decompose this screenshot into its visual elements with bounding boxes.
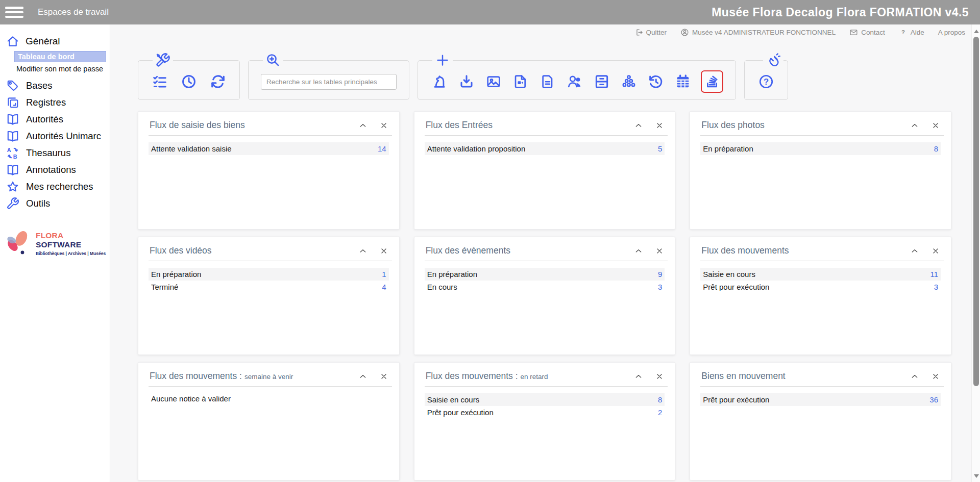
card-row[interactable]: Prêt pour exécution2 [425,406,665,419]
card-row[interactable]: Terminé4 [149,281,389,293]
card-collapse-button[interactable] [634,121,643,130]
new-archive-button[interactable] [593,72,611,91]
card-divider [149,386,392,387]
row-label: Prêt pour exécution [703,395,769,404]
card-close-button[interactable] [380,372,388,380]
row-label: Prêt pour exécution [703,283,769,291]
card-title: Flux de saisie des biens [150,120,248,131]
sidebar-subitem[interactable]: Tableau de bord [14,51,106,62]
row-label: Attente validation proposition [427,144,526,153]
card-divider [149,261,392,261]
dashboard-card: Flux des mouvements Saisie en cours11Prê… [690,237,951,355]
card-divider [149,135,392,136]
sidebar-item-autorit-s[interactable]: Autorités [0,111,110,128]
card-close-button[interactable] [655,121,664,130]
new-object-button[interactable] [430,72,449,91]
scroll-thumb[interactable] [973,37,979,386]
wrench-icon [6,197,19,210]
card-row[interactable]: Prêt pour exécution3 [700,281,941,293]
card-collapse-button[interactable] [359,247,367,255]
sidebar-item-registres[interactable]: Registres [0,94,110,111]
vertical-scrollbar[interactable] [971,24,980,482]
new-event-button[interactable] [674,72,692,91]
sidebar-item-annotations[interactable]: Annotations [0,161,110,178]
scroll-up-button[interactable] [974,30,979,33]
new-person-button[interactable] [566,72,584,91]
sidebar-item-general[interactable]: Général [0,34,110,51]
toolbar-group-search [248,60,409,100]
sidebar-item-outils[interactable]: Outils [0,195,110,212]
svg-text:?: ? [901,29,905,35]
dashboard-card: Flux des évènements En préparation9En co… [414,237,676,355]
photo-icon [485,73,502,90]
svg-text:B: B [13,154,17,160]
sidebar-item-mes-recherches[interactable]: Mes recherches [0,178,110,195]
brand-name: FLORA SOFTWARE [36,231,110,249]
user-menu[interactable]: Musée v4 ADMINISTRATEUR FONCTIONNEL [680,28,836,37]
card-close-button[interactable] [655,372,664,380]
card-row[interactable]: En préparation8 [700,142,941,155]
new-video-button[interactable] [511,72,530,91]
brand-tagline: Bibliothèques | Archives | Musées [36,251,110,256]
search-input[interactable] [261,74,397,90]
book-icon [6,163,19,176]
new-stack-button[interactable] [701,70,723,93]
sidebar-item-thesaurus[interactable]: AB Thesaurus [0,144,110,161]
card-collapse-button[interactable] [911,121,919,130]
flora-logo: FLORA SOFTWARE Bibliothèques | Archives … [0,229,110,258]
card-collapse-button[interactable] [359,372,367,380]
refresh-button[interactable] [209,72,227,91]
workspace-label[interactable]: Espaces de travail [38,7,109,17]
card-row[interactable]: Attente validation proposition5 [425,142,665,155]
card-close-button[interactable] [932,247,940,255]
card-row[interactable]: En préparation9 [425,268,665,281]
recent-button[interactable] [180,72,198,91]
card-close-button[interactable] [655,247,664,255]
menu-icon[interactable] [5,6,23,19]
card-title: Flux des Entrées [426,120,495,131]
card-collapse-button[interactable] [359,121,367,130]
about-link[interactable]: A propos [938,29,965,36]
card-collapse-button[interactable] [911,372,919,380]
card-row[interactable]: Attente validation saisie14 [149,142,389,155]
dashboard-card: Flux des photos En préparation8 [690,111,951,230]
new-document-button[interactable] [538,72,557,91]
app-title: Musée Flora Decalog Flora FORMATION v4.5 [712,6,969,19]
zoom-plus-icon [263,53,283,68]
tasks-button[interactable] [151,72,169,91]
sidebar-item-bases[interactable]: Bases [0,77,110,94]
card-collapse-button[interactable] [634,372,643,380]
people-icon [567,73,583,90]
history-button[interactable] [647,72,665,91]
import-icon [458,73,475,90]
help-button[interactable]: ? [757,72,775,91]
card-collapse-button[interactable] [634,247,643,255]
card-title: Flux des mouvements :semaine à venir [150,371,293,382]
dashboard-card: Flux des vidéos En préparation1Terminé4 [138,237,400,355]
card-row[interactable]: Prêt pour exécution36 [700,393,941,406]
book-icon [6,130,19,143]
card-close-button[interactable] [932,121,940,130]
scroll-down-button[interactable] [974,474,979,478]
svg-text:?: ? [764,77,769,87]
new-photo-button[interactable] [484,72,503,91]
sidebar-item-autorit-s-unimarc[interactable]: Autorités Unimarc [0,128,110,144]
help-link[interactable]: ? Aide [899,28,924,37]
new-cluster-button[interactable] [620,72,638,91]
card-collapse-button[interactable] [911,247,919,255]
card-row[interactable]: En préparation1 [149,268,389,281]
quit-button[interactable]: Quitter [634,28,667,37]
card-close-button[interactable] [380,247,388,255]
contact-link[interactable]: Contact [849,28,885,37]
card-divider [700,135,944,136]
card-row[interactable]: Saisie en cours8 [425,393,665,406]
import-button[interactable] [457,72,476,91]
card-close-button[interactable] [932,372,940,380]
sidebar-subitem[interactable]: Modifier son mot de passe [16,64,110,74]
archive-icon [594,73,610,90]
card-row[interactable]: En cours3 [425,281,665,293]
sync-icon [210,73,226,90]
card-row[interactable]: Saisie en cours11 [700,268,941,281]
card-close-button[interactable] [380,121,388,130]
museum-object-icon [431,73,448,90]
